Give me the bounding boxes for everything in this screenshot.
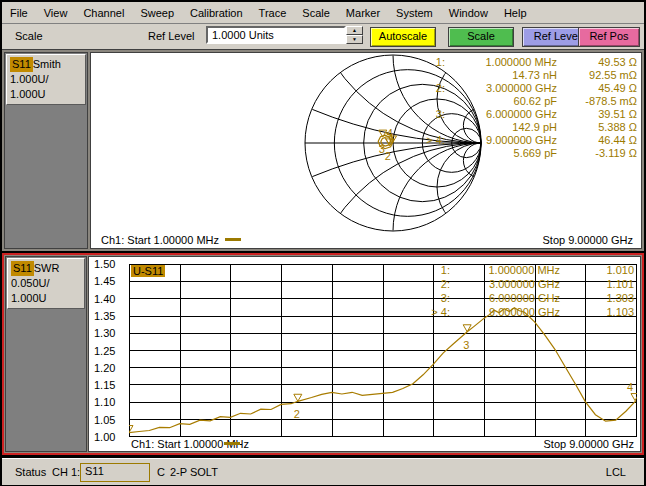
menu-item-help[interactable]: Help: [496, 4, 535, 22]
marker-equivalent: 60.62 pF: [445, 95, 557, 108]
swr-chart-area[interactable]: 1.501.451.401.351.301.251.201.151.101.05…: [88, 256, 641, 452]
marker-number: 1:: [410, 263, 450, 277]
y-axis-tick: 1.00: [94, 431, 124, 443]
channel1-trace-chip: S11: [10, 57, 33, 72]
ref-level-label: Ref Level: [148, 30, 194, 42]
y-axis-tick: 1.35: [94, 310, 124, 322]
y-axis-tick: 1.05: [94, 414, 124, 426]
correction-status: C: [157, 466, 165, 478]
autoscale-button[interactable]: Autoscale: [370, 27, 436, 47]
channel2-trace-statusbox[interactable]: S11SWR 0.050U/ 1.000U: [7, 258, 85, 309]
marker-equivalent: 14.73 nH: [445, 69, 557, 82]
marker-number: 1:: [409, 56, 445, 69]
spacer: [409, 69, 445, 82]
marker-value: 1.303: [560, 291, 634, 305]
channel1-panel: S11Smith 1.000U/ 1.000U 234 1:1.000000 M…: [2, 50, 644, 251]
channel1-sidebar: S11Smith 1.000U/ 1.000U: [4, 52, 88, 249]
menu-item-file[interactable]: File: [2, 4, 36, 22]
menu-item-window[interactable]: Window: [441, 4, 496, 22]
smith-chart-area[interactable]: 234 1:1.000000 MHz49.53 Ω14.73 nH92.55 m…: [90, 52, 642, 249]
y-axis-tick: 1.15: [94, 379, 124, 391]
channel2-panel: S11SWR 0.050U/ 1.000U 1.501.451.401.351.…: [2, 253, 644, 455]
swr-marker-label: 3: [463, 339, 469, 351]
spinner-down-button[interactable]: ▼: [346, 35, 363, 44]
trace-title-chip: U-S11: [131, 265, 165, 277]
y-axis-tick: 1.20: [94, 362, 124, 374]
softkey-title: Scale: [15, 30, 43, 42]
sweep-indicator-2: [224, 442, 240, 445]
marker-frequency: 1.000000 MHz: [450, 263, 560, 277]
measurement-box[interactable]: S11: [80, 463, 150, 482]
spacer: [409, 147, 445, 160]
marker-number: 2:: [409, 82, 445, 95]
channel1-format-label: Smith: [33, 58, 61, 70]
ref-pos-button[interactable]: Ref Pos: [578, 27, 640, 47]
marker-number: 3:: [410, 291, 450, 305]
marker-value: 1.103: [560, 305, 634, 319]
marker-value: 1.101: [560, 277, 634, 291]
marker-reactance: 92.55 mΩ: [557, 69, 637, 82]
ch2-stop-label: Stop 9.00000 GHz: [543, 438, 634, 450]
menu-item-view[interactable]: View: [36, 4, 76, 22]
marker-value: 39.51 Ω: [557, 108, 637, 121]
ch1-start-label: Ch1: Start 1.00000 MHz: [101, 234, 219, 246]
marker-reactance: -3.119 Ω: [557, 147, 637, 160]
y-axis-tick: 1.10: [94, 396, 124, 408]
channel2-format-label: SWR: [34, 262, 60, 274]
channel2-scale-value: 0.050U/: [11, 277, 50, 289]
marker-value: 46.44 Ω: [557, 134, 637, 147]
menu-item-sweep[interactable]: Sweep: [132, 4, 182, 22]
spacer: [409, 121, 445, 134]
status-bar: Status CH 1: S11 C 2-P SOLT LCL: [2, 458, 644, 485]
channel1-trace-statusbox[interactable]: S11Smith 1.000U/ 1.000U: [6, 54, 86, 105]
spinner-up-button[interactable]: ▲: [346, 26, 363, 35]
smith-marker-label: 2: [385, 150, 391, 162]
spacer: [409, 95, 445, 108]
scale-button[interactable]: Scale: [448, 27, 514, 47]
marker-equivalent: 5.669 pF: [445, 147, 557, 160]
smith-marker-label: 4: [387, 127, 393, 139]
marker-number: 3:: [409, 108, 445, 121]
marker-frequency: 9.000000 GHz: [445, 134, 557, 147]
menu-item-scale[interactable]: Scale: [294, 4, 338, 22]
menu-item-trace[interactable]: Trace: [251, 4, 295, 22]
smith-marker-label: 3: [379, 143, 385, 155]
menu-item-marker[interactable]: Marker: [338, 4, 388, 22]
marker-frequency: 1.000000 MHz: [445, 56, 557, 69]
marker-value: 45.49 Ω: [557, 82, 637, 95]
marker-frequency: 6.000000 GHz: [445, 108, 557, 121]
swr-marker-3[interactable]: [463, 325, 471, 332]
marker-frequency: 9.000000 GHz: [450, 305, 560, 319]
channel1-scale-value: 1.000U/: [10, 73, 49, 85]
y-axis-tick: 1.30: [94, 327, 124, 339]
channel2-sidebar: S11SWR 0.050U/ 1.000U: [5, 256, 87, 452]
marker-frequency: 6.000000 GHz: [450, 291, 560, 305]
menu-item-system[interactable]: System: [388, 4, 441, 22]
ref-level-spinner: ▲ ▼: [346, 26, 363, 44]
channel2-trace-chip: S11: [11, 261, 34, 276]
menu-item-calibration[interactable]: Calibration: [182, 4, 251, 22]
marker-number: > 4:: [409, 134, 445, 147]
ref-level-input[interactable]: [206, 26, 346, 44]
swr-marker-label: 2: [294, 408, 300, 420]
marker-value: 1.010: [560, 263, 634, 277]
cal-type-label: 2-P SOLT: [170, 466, 218, 478]
toolbar: Scale Ref Level ▲ ▼ AutoscaleScaleRef Le…: [2, 24, 644, 50]
y-axis-tick: 1.45: [94, 275, 124, 287]
status-label: Status: [15, 466, 46, 478]
marker-equivalent: 142.9 pH: [445, 121, 557, 134]
channel2-marker-readout: 1:1.000000 MHz1.0102:3.000000 GHz1.1013:…: [410, 263, 634, 319]
channel-indicator: CH 1:: [52, 466, 80, 478]
marker-frequency: 3.000000 GHz: [445, 82, 557, 95]
lcl-indicator: LCL: [606, 466, 626, 478]
marker-value: 49.53 Ω: [557, 56, 637, 69]
channel2-ref-value: 1.000U: [11, 292, 46, 304]
menu-bar: FileViewChannelSweepCalibrationTraceScal…: [2, 2, 644, 24]
swr-marker-label: 4: [627, 381, 633, 393]
channel1-ref-value: 1.000U: [10, 88, 45, 100]
menu-item-channel[interactable]: Channel: [75, 4, 132, 22]
marker-reactance: -878.5 mΩ: [557, 95, 637, 108]
marker-number: > 4:: [410, 305, 450, 319]
y-axis-tick: 1.50: [94, 258, 124, 270]
y-axis-tick: 1.25: [94, 345, 124, 357]
